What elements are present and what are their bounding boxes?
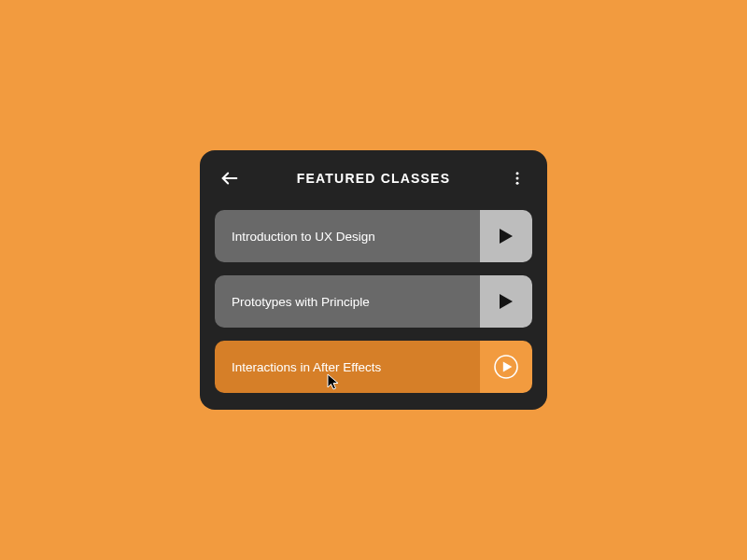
class-item[interactable]: Introduction to UX Design [215, 210, 532, 262]
svg-point-2 [516, 177, 519, 180]
class-title: Introduction to UX Design [215, 210, 480, 262]
more-button[interactable] [506, 167, 529, 189]
svg-point-1 [516, 172, 519, 175]
page-title: FEATURED CLASSES [241, 171, 506, 186]
svg-marker-5 [503, 361, 513, 371]
play-button[interactable] [480, 341, 532, 393]
class-list: Introduction to UX Design Prototypes wit… [200, 203, 547, 410]
classes-card: FEATURED CLASSES Introduction to UX Desi… [200, 150, 547, 410]
more-vertical-icon [509, 170, 526, 187]
back-arrow-icon [219, 168, 240, 189]
class-item-active[interactable]: Interactions in After Effects [215, 341, 532, 393]
svg-point-3 [516, 182, 519, 185]
class-item[interactable]: Prototypes with Principle [215, 275, 532, 328]
header-bar: FEATURED CLASSES [200, 150, 547, 203]
play-circle-icon [491, 352, 521, 382]
play-icon [500, 229, 513, 244]
back-button[interactable] [218, 167, 241, 189]
class-title: Interactions in After Effects [215, 341, 480, 393]
class-title: Prototypes with Principle [215, 275, 480, 328]
play-icon [500, 294, 513, 309]
play-button[interactable] [480, 275, 532, 328]
play-button[interactable] [480, 210, 532, 262]
